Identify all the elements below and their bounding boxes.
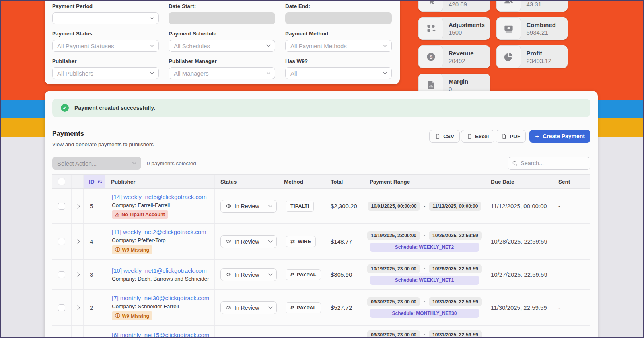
chevron-down-icon <box>383 70 387 74</box>
create-payment-label: Create Payment <box>543 133 585 139</box>
filter-select[interactable]: All <box>285 67 392 79</box>
filter-select[interactable]: All Payment Methods <box>285 40 392 52</box>
publisher-company: Company: Schneider-Farrell <box>112 303 179 309</box>
column-header-due-date[interactable]: Due Date <box>485 175 553 188</box>
filter-select[interactable]: All Schedules <box>169 40 275 52</box>
column-header-sent[interactable]: Sent <box>553 175 590 188</box>
filter-field-label: Payment Method <box>285 31 392 37</box>
publisher-link[interactable]: [10] weekly_net1@clickgotrack.com <box>112 267 207 274</box>
range-dash: - <box>424 299 425 305</box>
filter-field-label: Date Start: <box>169 3 275 9</box>
date-input[interactable] <box>285 12 392 24</box>
range-start-chip: 10/19/2025, 23:00:00 <box>367 264 420 273</box>
select-action-dropdown[interactable]: Select Action... <box>52 157 141 170</box>
column-header-publisher[interactable]: Publisher <box>105 175 215 188</box>
table-body: 5 [14] weekly_net5@clickgotrack.com Comp… <box>52 189 590 338</box>
range-end-chip: 10/31/2025, 22:59:59 <box>429 297 482 306</box>
filter-field: Payment Schedule All Schedules <box>169 31 275 52</box>
success-check-icon: ✓ <box>61 104 69 112</box>
stat-card: $ Revenue 20492 <box>418 45 490 68</box>
status-button[interactable]: In Review <box>221 269 264 281</box>
payments-table: ID Publisher Status Method Total Payment… <box>52 174 590 338</box>
transfer-icon: ⇄ <box>290 239 295 244</box>
stat-card: Adjustments 1500 <box>418 17 490 40</box>
due-date: 11/12/2025, 00:00:00 <box>485 203 547 209</box>
status-dropdown-button[interactable] <box>264 269 276 281</box>
status-label: In Review <box>235 305 259 311</box>
filter-grid: Payment Period Date Start: Date End: Pay… <box>52 3 392 79</box>
chevron-down-icon <box>150 43 154 47</box>
status-dropdown-button[interactable] <box>264 302 276 314</box>
filter-field: Payment Period <box>52 3 159 24</box>
row-checkbox[interactable] <box>58 271 65 278</box>
stat-value: 20492 <box>449 57 474 64</box>
column-header-status[interactable]: Status <box>215 175 278 188</box>
chevron-right-icon <box>75 305 80 310</box>
filter-field: Date End: <box>285 3 392 24</box>
filter-field: Payment Status All Payment Statuses <box>52 31 159 52</box>
expand-row-button[interactable] <box>72 240 83 243</box>
paypal-icon: P <box>290 272 294 277</box>
status-dropdown-button[interactable] <box>264 236 276 248</box>
filter-select[interactable] <box>52 12 159 24</box>
stat-label: Margin <box>449 78 468 85</box>
export-csv-button[interactable]: CSV <box>429 130 460 143</box>
status-control: In Review <box>220 235 277 248</box>
column-header-total[interactable]: Total <box>325 175 364 188</box>
warning-icon: ⚠ <box>115 211 119 217</box>
filter-field-label: Payment Status <box>52 31 159 37</box>
export-button-label: CSV <box>443 133 454 139</box>
total-amount: $2,300.20 <box>325 203 357 209</box>
publisher-link[interactable]: [6] monthly_net15@clickgotrack.com <box>112 332 209 338</box>
due-date: 10/27/2025, 22:59:59 <box>485 271 547 278</box>
publisher-link[interactable]: [11] weekly_net2@clickgotrack.com <box>112 229 206 235</box>
create-payment-button[interactable]: + Create Payment <box>529 130 590 143</box>
status-button[interactable]: In Review <box>221 236 264 248</box>
date-input[interactable] <box>169 12 275 24</box>
export-pdf-button[interactable]: PDF <box>496 130 526 143</box>
filter-select[interactable]: All Payment Statuses <box>52 40 159 52</box>
eye-icon <box>226 203 232 209</box>
status-control: In Review <box>220 301 277 314</box>
stat-label: Combined <box>527 21 556 28</box>
status-label: In Review <box>235 238 259 245</box>
method-chip: ⇄ WIRE <box>286 236 316 247</box>
row-checkbox[interactable] <box>58 203 65 210</box>
select-all-checkbox[interactable] <box>58 178 65 185</box>
chevron-down-icon <box>266 70 270 74</box>
chevron-down-icon <box>268 271 272 275</box>
expand-row-button[interactable] <box>72 205 83 208</box>
cursor-click-icon <box>418 0 443 12</box>
column-header-method[interactable]: Method <box>278 175 325 188</box>
status-dropdown-button[interactable] <box>264 200 276 212</box>
filter-field: Publisher All Publishers <box>52 58 159 79</box>
status-label: In Review <box>235 272 259 278</box>
status-button[interactable]: In Review <box>221 200 264 212</box>
export-excel-button[interactable]: Excel <box>461 130 494 143</box>
chevron-down-icon <box>268 203 272 207</box>
select-action-label: Select Action... <box>57 160 97 167</box>
row-checkbox[interactable] <box>58 238 65 245</box>
alert-text: Payment created successfully. <box>74 105 155 111</box>
expand-row-button[interactable] <box>72 306 83 309</box>
chevron-down-icon <box>132 160 136 164</box>
column-header-id[interactable]: ID <box>84 175 105 188</box>
paypal-icon: P <box>290 305 294 310</box>
search-box[interactable] <box>508 157 590 170</box>
method-label: TIPALTI <box>290 203 309 209</box>
status-button[interactable]: In Review <box>221 302 264 314</box>
publisher-link[interactable]: [14] weekly_net5@clickgotrack.com <box>112 193 207 200</box>
filter-field-label: Payment Period <box>52 3 159 9</box>
expand-row-button[interactable] <box>72 273 83 276</box>
row-checkbox[interactable] <box>58 304 65 311</box>
search-input[interactable] <box>521 160 586 166</box>
chevron-down-icon <box>266 43 270 47</box>
publisher-link[interactable]: [7] monthly_net30@clickgotrack.com <box>112 295 209 301</box>
range-dash: - <box>424 266 425 272</box>
table-row: 2 [7] monthly_net30@clickgotrack.com Com… <box>52 290 590 326</box>
selected-count: 0 payments selected <box>147 160 196 166</box>
filter-select[interactable]: All Managers <box>169 67 275 79</box>
column-header-payment-range[interactable]: Payment Range <box>364 175 485 188</box>
export-button-group: CSV Excel PDF <box>429 130 526 143</box>
filter-select[interactable]: All Publishers <box>52 67 159 79</box>
